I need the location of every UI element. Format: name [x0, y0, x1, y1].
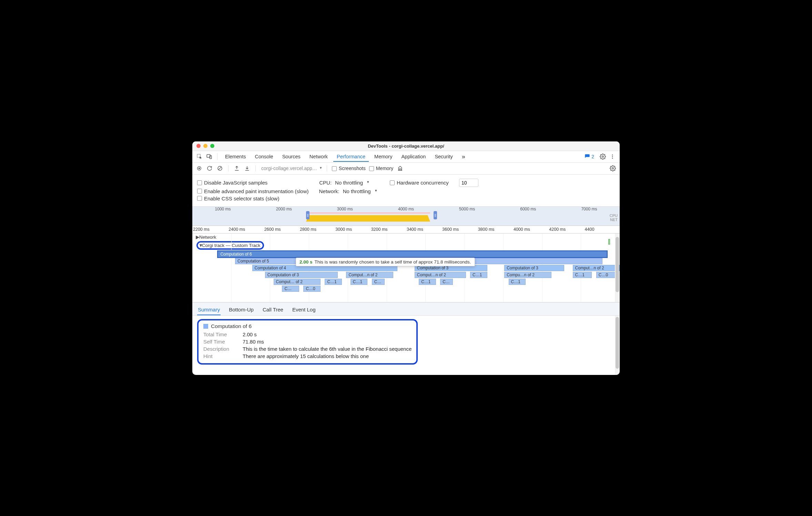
more-tabs-button[interactable]: »	[458, 151, 469, 163]
download-icon[interactable]	[244, 165, 251, 172]
ruler-tick: 4400	[584, 227, 620, 232]
summary-scroll-thumb[interactable]	[616, 317, 619, 369]
flame-bar[interactable]: C…1	[470, 272, 487, 278]
flame-bar[interactable]: C…1	[325, 279, 342, 285]
recording-selector[interactable]: corgi-collage.vercel.app…	[261, 166, 322, 171]
summary-color-swatch	[203, 324, 208, 329]
flame-bar[interactable]: C…	[282, 286, 299, 292]
ruler-tick: 3600 ms	[441, 227, 477, 232]
flame-bar[interactable]: C…1	[351, 279, 368, 285]
ruler-tick: 2200 ms	[192, 227, 228, 232]
ruler-tick: 4000 ms	[513, 227, 548, 232]
cpu-throttle-select[interactable]: No throttling	[335, 180, 369, 186]
summary-value: There are approximately 15 calculations …	[243, 353, 369, 359]
clear-icon[interactable]	[216, 165, 223, 172]
flame-bar[interactable]: C…1	[573, 272, 592, 278]
tab-sources[interactable]: Sources	[279, 151, 304, 162]
overview-window-handle-right[interactable]: ||	[434, 211, 437, 219]
issues-counter[interactable]: 2	[585, 154, 594, 159]
svg-point-3	[602, 156, 604, 158]
vertical-scroll-thumb[interactable]	[616, 237, 619, 292]
network-track-header[interactable]: ▶Network	[192, 234, 620, 240]
overview-tick: 2000 ms	[253, 207, 314, 213]
settings-gear-icon[interactable]	[599, 153, 607, 160]
timeline-overview[interactable]: 1000 ms2000 ms3000 ms4000 ms5000 ms6000 …	[192, 207, 620, 226]
record-icon[interactable]	[196, 165, 203, 172]
summary-row: Self Time71.80 ms	[203, 339, 412, 345]
flame-bar[interactable]: Computation of 6	[218, 251, 607, 257]
svg-point-10	[612, 168, 614, 169]
memory-checkbox[interactable]: Memory	[369, 166, 394, 171]
ruler-tick: 4200 ms	[548, 227, 584, 232]
tab-network[interactable]: Network	[306, 151, 331, 162]
css-selector-stats-checkbox[interactable]: Enable CSS selector stats (slow)	[197, 196, 279, 201]
window-title: DevTools - corgi-collage.vercel.app/	[368, 143, 444, 149]
network-throttle-select[interactable]: No throttling	[343, 188, 377, 194]
ruler-tick: 3800 ms	[477, 227, 513, 232]
ruler-tick: 3200 ms	[371, 227, 406, 232]
minimize-window-icon[interactable]	[203, 144, 207, 148]
inspect-element-icon[interactable]	[196, 153, 203, 160]
summary-row: DescriptionThis is the time taken to cal…	[203, 346, 412, 352]
frame-marker	[608, 239, 610, 245]
details-tab-call-tree[interactable]: Call Tree	[262, 305, 284, 315]
ruler-tick: 2800 ms	[299, 227, 335, 232]
capture-settings-panel: Disable JavaScript samples CPU: No throt…	[192, 175, 620, 207]
flame-bar[interactable]: Comput… of 2	[274, 279, 321, 285]
tab-application[interactable]: Application	[398, 151, 429, 162]
tab-memory[interactable]: Memory	[371, 151, 396, 162]
summary-highlight: Computation of 6 Total Time2.00 sSelf Ti…	[197, 319, 418, 365]
overview-tick: 1000 ms	[192, 207, 253, 213]
separator	[217, 153, 217, 160]
flame-bar[interactable]: C…0	[303, 286, 321, 292]
hardware-concurrency-input[interactable]	[459, 179, 478, 187]
overview-window-handle-left[interactable]: ||	[306, 211, 309, 219]
tab-console[interactable]: Console	[251, 151, 276, 162]
flame-bar[interactable]: Comput…n of 2	[346, 272, 393, 278]
overview-tick: 7000 ms	[559, 207, 620, 213]
details-tab-bottom-up[interactable]: Bottom-Up	[228, 305, 254, 315]
ruler-tick: 3400 ms	[406, 227, 441, 232]
overview-tick: 6000 ms	[498, 207, 559, 213]
flame-bar[interactable]: Comput…n of 2	[573, 265, 620, 271]
details-tab-summary[interactable]: Summary	[197, 305, 221, 315]
hardware-concurrency-checkbox[interactable]: Hardware concurrency	[390, 180, 449, 186]
svg-point-8	[199, 168, 200, 169]
advanced-paint-checkbox[interactable]: Enable advanced paint instrumentation (s…	[197, 188, 309, 194]
reload-record-icon[interactable]	[206, 165, 213, 172]
flame-bar[interactable]: C…1	[419, 279, 436, 285]
flame-bar[interactable]: Comput…n of 2	[415, 272, 466, 278]
flame-bar[interactable]: C…0	[596, 272, 616, 278]
corgi-track-header[interactable]: ▼Corgi track — Custom Track	[192, 240, 620, 250]
details-tab-strip: SummaryBottom-UpCall TreeEvent Log	[192, 302, 620, 316]
overview-activity-strip	[309, 212, 430, 214]
overview-ticks: 1000 ms2000 ms3000 ms4000 ms5000 ms6000 …	[192, 207, 620, 213]
details-tab-event-log[interactable]: Event Log	[292, 305, 316, 315]
flame-bar[interactable]: C…	[372, 279, 385, 285]
overview-tick: 5000 ms	[437, 207, 498, 213]
window-titlebar: DevTools - corgi-collage.vercel.app/	[192, 141, 620, 151]
collect-garbage-icon[interactable]	[397, 165, 404, 172]
close-window-icon[interactable]	[196, 144, 201, 148]
screenshots-checkbox[interactable]: Screenshots	[332, 166, 366, 171]
flamechart-ruler: 2200 ms2400 ms2600 ms2800 ms3000 ms3200 …	[192, 226, 620, 234]
disable-js-samples-checkbox[interactable]: Disable JavaScript samples	[197, 180, 267, 186]
flame-bar[interactable]: Computation of 3	[265, 272, 338, 278]
tab-elements[interactable]: Elements	[222, 151, 249, 162]
capture-settings-gear-icon[interactable]	[609, 165, 616, 172]
flame-bar[interactable]: Computation of 3	[504, 265, 564, 271]
kebab-menu-icon[interactable]	[609, 153, 616, 160]
svg-point-6	[612, 158, 613, 159]
issues-count: 2	[591, 154, 594, 159]
zoom-window-icon[interactable]	[210, 144, 214, 148]
flamechart-area[interactable]: ▶Network ▼Corgi track — Custom Track Com…	[192, 234, 620, 302]
upload-icon[interactable]	[233, 165, 240, 172]
tab-security[interactable]: Security	[431, 151, 456, 162]
tab-performance[interactable]: Performance	[333, 151, 369, 162]
flame-bar[interactable]: Compu…n of 2	[504, 272, 551, 278]
flame-bar[interactable]: C…1	[509, 279, 526, 285]
svg-point-5	[612, 156, 613, 157]
summary-key: Description	[203, 346, 236, 352]
flame-bar[interactable]: C…	[440, 279, 453, 285]
device-toolbar-icon[interactable]	[205, 153, 213, 160]
